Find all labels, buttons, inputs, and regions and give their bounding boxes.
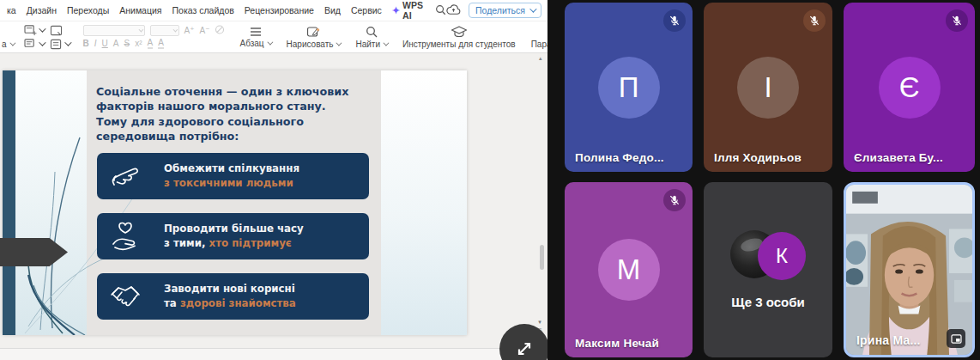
share-button[interactable]: Поделиться	[469, 3, 541, 18]
screen: ка Дизайн Переходы Анимация Показ слайдо…	[0, 0, 980, 360]
bold-button[interactable]: B	[83, 39, 89, 48]
self-video-tile[interactable]: Ірина Ма...	[844, 182, 975, 357]
participant-name: Єлизавета Бу...	[854, 151, 943, 164]
paragraph-lines-icon	[249, 27, 263, 37]
wps-presentation-window: ка Дизайн Переходы Анимация Показ слайдо…	[0, 0, 547, 360]
new-slide-button[interactable]	[24, 25, 44, 36]
box-line-1: Обмежити спілкування	[164, 162, 299, 176]
mic-muted-icon	[663, 189, 686, 211]
diagonal-arrows-icon	[513, 338, 535, 360]
strikethrough-button[interactable]: S	[124, 39, 130, 48]
font-size-select[interactable]	[150, 25, 179, 36]
participant-name: Ілля Ходирьов	[714, 151, 802, 164]
slide-box-supportive-people[interactable]: Проводити більше часу з тими, хто підтри…	[97, 213, 369, 259]
chevron-down-icon	[529, 5, 536, 12]
slide-tools-group	[17, 21, 76, 52]
menu-item-animation[interactable]: Анимация	[114, 5, 166, 15]
menu-bar: ка Дизайн Переходы Анимация Показ слайдо…	[0, 0, 547, 21]
highlight-color-button[interactable]: A	[158, 38, 164, 49]
participant-tile[interactable]: М Максим Нечай	[565, 182, 693, 357]
box-line-2-accent: з токсичними людьми	[164, 177, 293, 189]
grow-font-button[interactable]: A⁺	[185, 26, 195, 35]
menu-item-transitions[interactable]: Переходы	[62, 5, 114, 15]
menu-item-slideshow[interactable]: Показ слайдов	[167, 5, 239, 15]
chevron-down-icon	[39, 25, 45, 32]
slide-right-decoration	[381, 70, 467, 335]
participant-name: Ірина Ма...	[856, 333, 921, 347]
participant-name: Максим Нечай	[575, 337, 659, 350]
avatar: К	[758, 232, 806, 280]
chevron-down-icon	[267, 39, 273, 45]
shrink-font-button[interactable]: A⁻	[200, 26, 210, 35]
clear-format-icon[interactable]	[215, 25, 225, 36]
graduation-cap-icon	[451, 26, 468, 38]
menu-item-design[interactable]: Дизайн	[21, 5, 62, 15]
slide-layout-button[interactable]	[50, 25, 70, 36]
superscript-button[interactable]: x²	[135, 39, 142, 48]
status-bar	[0, 348, 547, 360]
participant-tile[interactable]: І Ілля Ходирьов	[704, 3, 832, 172]
pen-icon	[306, 26, 320, 38]
avatar: І	[737, 57, 799, 119]
slide[interactable]: Соціальне оточення — один з ключових фак…	[3, 70, 467, 335]
outline-button[interactable]	[50, 39, 70, 50]
char-spacing-button[interactable]: A	[113, 39, 119, 48]
find-button[interactable]: Найти	[348, 21, 395, 52]
font-family-select[interactable]	[83, 25, 145, 36]
participant-tile[interactable]: П Полина Федо...	[565, 3, 693, 172]
student-tools-button[interactable]: Инструменты для студентов	[395, 21, 523, 52]
cloud-sync-icon[interactable]	[446, 4, 461, 17]
slide-box-new-acquaintances[interactable]: Заводити нові корисні та здорові знайомс…	[97, 273, 369, 320]
wps-ai-button[interactable]: ✦ WPS AI	[387, 0, 428, 21]
picture-in-picture-button[interactable]	[947, 329, 965, 348]
italic-button[interactable]: I	[94, 39, 97, 48]
underline-button[interactable]: U	[102, 39, 108, 48]
mic-muted-icon	[946, 9, 968, 32]
menu-item-tools[interactable]: Сервис	[346, 5, 387, 15]
mic-muted-icon	[663, 9, 686, 32]
paste-button[interactable]: а	[0, 21, 17, 52]
box-line-2-accent: хто підтримує	[209, 237, 292, 249]
search-icon[interactable]	[435, 4, 446, 17]
search-icon	[366, 26, 378, 38]
handshake-icon	[108, 279, 142, 314]
expand-fullscreen-button[interactable]	[499, 324, 547, 360]
avatar-group: К	[730, 230, 806, 280]
paragraph-button[interactable]: Абзац	[232, 21, 278, 52]
mic-muted-icon	[803, 9, 826, 32]
box-line-1: Проводити більше часу	[164, 222, 304, 236]
sparkle-icon: ✦	[392, 5, 400, 16]
vertical-scrollbar[interactable]	[540, 245, 544, 270]
chevron-down-icon	[9, 40, 15, 46]
box-line-1: Заводити нові корисні	[164, 282, 296, 296]
chevron-down-icon	[39, 39, 45, 46]
menu-item-review[interactable]: Рецензирование	[239, 5, 319, 15]
menu-item-insert[interactable]: ка	[2, 5, 21, 15]
pip-icon	[951, 334, 962, 344]
box-line-2-accent: здорові знайомства	[180, 297, 296, 309]
menu-item-view[interactable]: Вид	[319, 5, 346, 15]
chevron-down-icon	[64, 39, 71, 46]
slide-master-button[interactable]	[24, 39, 44, 50]
slide-box-limit-communication[interactable]: Обмежити спілкування з токсичними людьми	[97, 153, 369, 199]
font-color-button[interactable]: A	[148, 38, 154, 49]
slide-title-text[interactable]: Соціальне оточення — один з ключових фак…	[96, 84, 348, 143]
participant-tile[interactable]: Є Єлизавета Бу...	[844, 3, 975, 172]
slide-canvas-area[interactable]: Соціальне оточення — один з ключових фак…	[0, 53, 547, 360]
participant-name: Полина Федо...	[575, 151, 664, 164]
font-group-disabled: A⁺ A⁻ B I U A S x² A A	[76, 21, 233, 52]
more-participants-label: Ще 3 особи	[731, 295, 804, 309]
draw-button[interactable]: Нарисовать	[279, 21, 348, 52]
more-participants-tile[interactable]: К Ще 3 особи	[704, 182, 832, 357]
avatar: Є	[879, 57, 941, 119]
hand-dismiss-icon	[108, 159, 142, 193]
chevron-down-icon	[383, 40, 389, 46]
video-call-grid: П Полина Федо... І Ілля Ходирьов Є Єлиза…	[547, 0, 980, 360]
chevron-down-icon	[336, 40, 342, 46]
avatar: М	[598, 239, 660, 301]
scroll-up-icon[interactable]: ▴	[539, 55, 542, 62]
avatar: П	[598, 57, 660, 119]
ribbon-toolbar: а	[0, 21, 547, 53]
heart-hand-icon	[108, 219, 142, 253]
